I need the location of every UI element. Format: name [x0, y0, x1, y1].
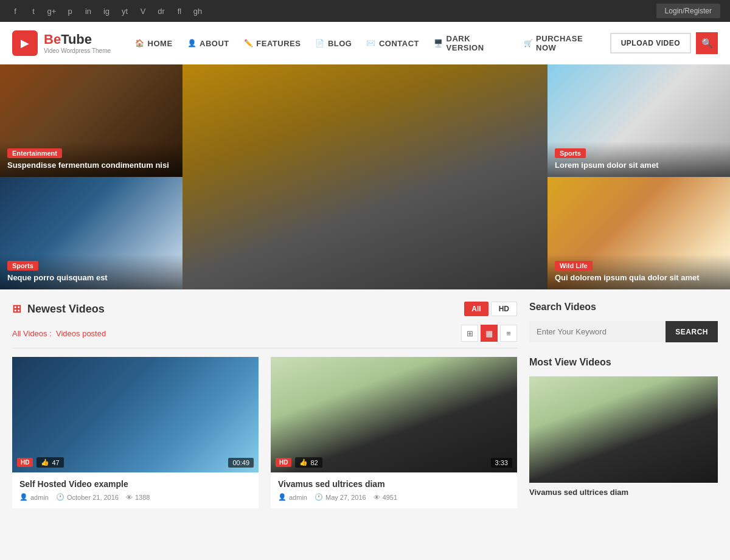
- nav-home[interactable]: 🏠 HOME: [129, 34, 179, 53]
- video-thumb-2[interactable]: HD 👍 82 3:33: [271, 357, 517, 472]
- hero-grid: Entertainment Suspendisse fermentum cond…: [0, 64, 730, 289]
- search-section: Search Videos SEARCH: [529, 302, 718, 342]
- search-box: SEARCH: [529, 321, 718, 342]
- filter-all-button[interactable]: All: [464, 302, 488, 316]
- hero-tag-entertainment: Entertainment: [7, 148, 62, 158]
- like-count-1: 👍 47: [36, 457, 63, 468]
- sidebar-video-title: Vivamus sed ultrices diam: [529, 488, 718, 497]
- nav-right: UPLOAD VIDEO 🔍: [610, 32, 718, 54]
- video-views-2: 👁 4951: [374, 493, 397, 501]
- social-links: f t g+ p in ig yt V dr fl gh: [10, 5, 203, 16]
- hero-title-entertainment: Suspendisse fermentum condimentum nisi: [7, 161, 175, 171]
- person-icon: 👤: [187, 39, 197, 47]
- hd-badge-2: HD: [276, 458, 291, 467]
- video-meta-1: 👤 admin 🕐 October 21, 2016 👁 1388: [19, 493, 251, 501]
- filter-buttons: All HD: [464, 302, 517, 316]
- filter-hd-button[interactable]: HD: [491, 302, 517, 316]
- social-linkedin[interactable]: in: [83, 5, 94, 16]
- hd-badge-1: HD: [17, 458, 33, 467]
- main-area: ⊞ Newest Videos All HD All Videos : Vide…: [0, 289, 730, 524]
- grid-view-button[interactable]: ▦: [481, 325, 498, 342]
- sidebar-video-thumb[interactable]: [529, 376, 718, 483]
- video-meta-2: 👤 admin 🕐 May 27, 2016 👁 4951: [278, 493, 510, 501]
- doc-icon: 📄: [315, 39, 325, 47]
- hero-title-sports-bike: Lorem ipsum dolor sit amet: [555, 161, 723, 171]
- logo-title: BeTube: [44, 32, 111, 47]
- video-author-1: 👤 admin: [19, 493, 49, 501]
- section-header: ⊞ Newest Videos All HD: [12, 302, 517, 316]
- like-count-2: 👍 82: [295, 457, 322, 468]
- top-bar: f t g+ p in ig yt V dr fl gh Login/Regis…: [0, 0, 730, 22]
- social-instagram[interactable]: ig: [101, 5, 112, 16]
- video-date-1: 🕐 October 21, 2016: [56, 493, 119, 501]
- hero-cell-main[interactable]: [182, 64, 548, 289]
- nav-contact[interactable]: ✉️ CONTACT: [360, 34, 425, 53]
- logo-sub: Video Wordpress Theme: [44, 47, 111, 54]
- main-nav: 🏠 HOME 👤 ABOUT ✏️ FEATURES 📄 BLOG ✉️ CON…: [129, 29, 610, 57]
- hero-tag-sports-bike: Sports: [555, 148, 586, 158]
- thumb-overlay-2: HD 👍 82 3:33: [271, 452, 517, 472]
- search-button[interactable]: 🔍: [696, 32, 718, 54]
- videos-posted-label: Videos posted: [56, 329, 106, 338]
- hero-title-wildlife: Qui dolorem ipsum quia dolor sit amet: [555, 273, 723, 283]
- duration-2: 3:33: [491, 458, 512, 468]
- section-title: ⊞ Newest Videos: [12, 302, 105, 316]
- nav-features[interactable]: ✏️ FEATURES: [238, 34, 307, 53]
- duration-1: 00:49: [228, 458, 254, 468]
- video-card-1: HD 👍 47 00:49 Self Hosted Video example …: [12, 357, 259, 508]
- hero-cell-sports-bike[interactable]: Sports Lorem ipsum dolor sit amet: [548, 64, 730, 177]
- login-register-button[interactable]: Login/Register: [656, 4, 720, 18]
- monitor-icon: 🖥️: [434, 39, 443, 47]
- video-section: ⊞ Newest Videos All HD All Videos : Vide…: [0, 289, 529, 524]
- most-viewed-section: Most View Videos Vivamus sed ultrices di…: [529, 357, 718, 497]
- nav-purchase[interactable]: 🛒 PURCHASE NOW: [518, 29, 610, 57]
- social-googleplus[interactable]: g+: [46, 5, 57, 16]
- video-author-2: 👤 admin: [278, 493, 307, 501]
- most-viewed-title: Most View Videos: [529, 357, 718, 368]
- social-youtube[interactable]: yt: [119, 5, 130, 16]
- social-twitter[interactable]: t: [28, 5, 39, 16]
- hero-cell-water[interactable]: Sports Neque porro quisquam est: [0, 177, 182, 289]
- sidebar: Search Videos SEARCH Most View Videos Vi…: [529, 289, 730, 524]
- upload-video-button[interactable]: UPLOAD VIDEO: [610, 33, 691, 54]
- logo[interactable]: BeTube Video Wordpress Theme: [12, 30, 111, 56]
- thumb-meta-left-1: HD 👍 47: [17, 457, 64, 468]
- video-card-2: HD 👍 82 3:33 Vivamus sed ultrices diam 👤…: [271, 357, 517, 508]
- video-info-2: Vivamus sed ultrices diam 👤 admin 🕐 May …: [271, 472, 517, 508]
- hero-bg-main: [182, 64, 548, 289]
- hero-overlay-sports-bike: Sports Lorem ipsum dolor sit amet: [548, 142, 730, 177]
- pencil-icon: ✏️: [244, 39, 254, 47]
- videos-meta: All Videos : Videos posted ⊞ ▦ ≡: [12, 325, 517, 348]
- home-icon: 🏠: [135, 39, 145, 47]
- social-facebook[interactable]: f: [10, 5, 21, 16]
- hero-overlay-wildlife: Wild Life Qui dolorem ipsum quia dolor s…: [548, 254, 730, 289]
- search-section-title: Search Videos: [529, 302, 718, 313]
- compact-view-button[interactable]: ≡: [500, 325, 517, 342]
- nav-blog[interactable]: 📄 BLOG: [309, 34, 358, 53]
- view-buttons: ⊞ ▦ ≡: [461, 325, 517, 342]
- hero-overlay-entertainment: Entertainment Suspendisse fermentum cond…: [0, 142, 182, 177]
- social-flickr[interactable]: fl: [174, 5, 185, 16]
- header: BeTube Video Wordpress Theme 🏠 HOME 👤 AB…: [0, 22, 730, 64]
- hero-cell-entertainment[interactable]: Entertainment Suspendisse fermentum cond…: [0, 64, 182, 177]
- hero-overlay-water: Sports Neque porro quisquam est: [0, 254, 182, 289]
- video-info-1: Self Hosted Video example 👤 admin 🕐 Octo…: [12, 472, 259, 508]
- thumb-overlay-1: HD 👍 47 00:49: [12, 452, 259, 472]
- video-thumb-1[interactable]: HD 👍 47 00:49: [12, 357, 259, 472]
- video-grid: HD 👍 47 00:49 Self Hosted Video example …: [12, 357, 517, 508]
- search-submit-button[interactable]: SEARCH: [666, 321, 718, 342]
- hero-tag-water: Sports: [7, 261, 38, 271]
- social-vimeo[interactable]: V: [137, 5, 148, 16]
- search-input[interactable]: [529, 321, 666, 342]
- video-date-2: 🕐 May 27, 2016: [315, 493, 366, 501]
- video-views-1: 👁 1388: [126, 493, 150, 501]
- list-view-button[interactable]: ⊞: [461, 325, 478, 342]
- logo-text: BeTube Video Wordpress Theme: [44, 32, 111, 54]
- nav-about[interactable]: 👤 ABOUT: [181, 34, 235, 53]
- social-github[interactable]: gh: [192, 5, 203, 16]
- social-pinterest[interactable]: p: [64, 5, 75, 16]
- video-title-2: Vivamus sed ultrices diam: [278, 479, 510, 489]
- social-dribbble[interactable]: dr: [156, 5, 167, 16]
- nav-dark-version[interactable]: 🖥️ DARK VERSION: [428, 29, 515, 57]
- hero-cell-wildlife[interactable]: Wild Life Qui dolorem ipsum quia dolor s…: [548, 177, 730, 289]
